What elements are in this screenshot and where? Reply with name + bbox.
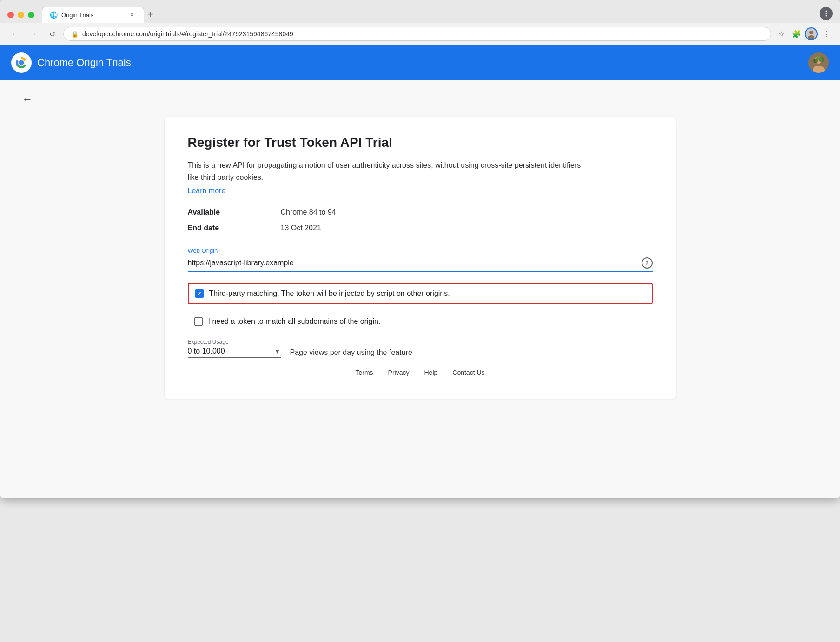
end-date-value: 13 Oct 2021 (281, 224, 653, 232)
usage-dropdown[interactable]: 0 to 10,000 ▼ (188, 347, 281, 358)
reload-button[interactable]: ↺ (45, 26, 60, 41)
form-card: Register for Trust Token API Trial This … (165, 117, 676, 399)
svg-point-13 (816, 56, 821, 60)
maximize-button[interactable] (28, 12, 34, 18)
contact-link[interactable]: Contact Us (452, 369, 484, 376)
help-icon[interactable]: ? (642, 257, 653, 269)
usage-value: 0 to 10,000 (188, 347, 271, 355)
web-origin-input[interactable] (188, 257, 638, 269)
header-avatar[interactable] (808, 52, 829, 73)
page-content: ← Register for Trust Token API Trial Thi… (0, 80, 840, 498)
footer: Terms Privacy Help Contact Us (188, 358, 653, 380)
available-value: Chrome 84 to 94 (281, 208, 653, 216)
subdomain-checkbox-label: I need a token to match all subdomains o… (208, 317, 381, 326)
new-tab-button[interactable]: + (144, 7, 157, 22)
window-controls (7, 12, 34, 23)
url-bar[interactable]: 🔒 developer.chrome.com/origintrials/#/re… (63, 27, 771, 41)
app-header-left: Chrome Origin Trials (11, 52, 131, 73)
minimize-button[interactable] (18, 12, 24, 18)
url-text: developer.chrome.com/origintrials/#/regi… (82, 30, 763, 38)
form-title: Register for Trust Token API Trial (188, 135, 653, 150)
tab-close-button[interactable]: ✕ (128, 11, 136, 19)
usage-description: Page views per day using the feature (290, 348, 412, 357)
back-nav-button[interactable]: ← (7, 26, 22, 41)
third-party-checkbox-label: Third-party matching. The token will be … (209, 289, 450, 298)
chevron-down-icon: ▼ (274, 347, 281, 355)
address-bar: ← → ↺ 🔒 developer.chrome.com/origintrial… (0, 23, 840, 45)
available-label: Available (188, 208, 262, 216)
web-origin-label: Web Origin (188, 247, 653, 254)
lock-icon: 🔒 (71, 31, 79, 38)
dropdown-wrapper: 0 to 10,000 ▼ Page views per day using t… (188, 347, 653, 358)
svg-point-2 (826, 15, 827, 17)
subdomain-checkbox[interactable] (194, 317, 203, 326)
third-party-checkbox[interactable]: ✓ (195, 289, 204, 298)
forward-nav-button[interactable]: → (26, 26, 41, 41)
chrome-logo-icon (11, 52, 32, 73)
web-origin-input-wrapper: ? (188, 257, 653, 272)
third-party-checkbox-row: ✓ Third-party matching. The token will b… (188, 283, 653, 304)
title-bar: 🌐 Origin Trials ✕ + (0, 0, 840, 23)
more-options-button[interactable]: ⋮ (820, 27, 833, 40)
svg-point-1 (826, 13, 827, 14)
usage-label: Expected Usage (188, 339, 653, 345)
tab-bar: 🌐 Origin Trials ✕ + (42, 7, 820, 23)
svg-point-0 (826, 11, 827, 12)
svg-point-3 (809, 31, 813, 34)
browser-menu-button[interactable] (820, 7, 833, 20)
subdomain-checkbox-row: I need a token to match all subdomains o… (188, 312, 653, 331)
form-description: This is a new API for propagating a noti… (188, 159, 583, 183)
svg-point-4 (808, 35, 814, 39)
web-origin-field: Web Origin ? (188, 247, 653, 272)
expected-usage-section: Expected Usage 0 to 10,000 ▼ Page views … (188, 339, 653, 358)
app-header-title: Chrome Origin Trials (37, 57, 131, 69)
learn-more-link[interactable]: Learn more (188, 187, 226, 195)
privacy-link[interactable]: Privacy (388, 369, 410, 376)
bookmark-button[interactable]: ☆ (775, 27, 788, 40)
back-button[interactable]: ← (19, 90, 36, 109)
extensions-button[interactable]: 🧩 (790, 27, 803, 40)
close-button[interactable] (7, 12, 14, 18)
checkmark-icon: ✓ (197, 290, 202, 297)
svg-point-7 (19, 60, 24, 66)
info-grid: Available Chrome 84 to 94 End date 13 Oc… (188, 208, 653, 232)
app-header: Chrome Origin Trials (0, 45, 840, 80)
profile-button[interactable] (805, 27, 818, 40)
tab-title: Origin Trials (61, 12, 124, 19)
browser-window: 🌐 Origin Trials ✕ + ← → ↺ 🔒 developer.ch… (0, 0, 840, 498)
url-actions: ☆ 🧩 ⋮ (775, 27, 833, 40)
tab-favicon: 🌐 (50, 11, 58, 19)
active-tab[interactable]: 🌐 Origin Trials ✕ (42, 7, 144, 23)
help-link[interactable]: Help (424, 369, 437, 376)
end-date-label: End date (188, 224, 262, 232)
terms-link[interactable]: Terms (355, 369, 373, 376)
